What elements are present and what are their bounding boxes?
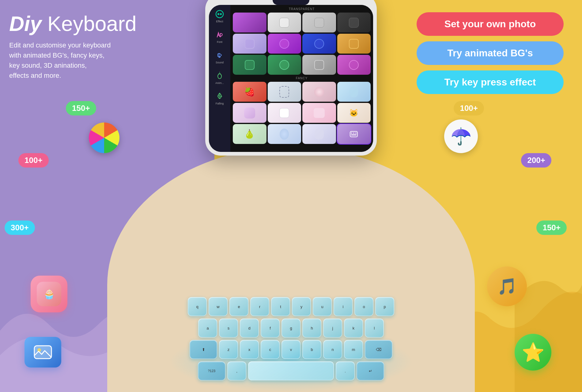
- star-icon: ⭐: [515, 334, 551, 371]
- key-swatch[interactable]: [302, 55, 336, 75]
- phone-container: Effect Font: [205, 0, 377, 156]
- keyboard-row-4: ?123 , . ↵: [153, 361, 429, 380]
- key-space[interactable]: [248, 361, 334, 380]
- svg-point-4: [218, 74, 221, 79]
- font-icon: [215, 30, 225, 40]
- try-animated-bg-button[interactable]: Try animated BG's: [417, 41, 564, 65]
- key-swatch[interactable]: 🍐: [233, 124, 266, 144]
- key-s[interactable]: s: [219, 318, 238, 337]
- key-swatch[interactable]: [268, 103, 301, 123]
- key-swatch[interactable]: [268, 82, 301, 102]
- badge-300-left: 300+: [5, 221, 35, 235]
- effect-label: Effect: [216, 20, 223, 23]
- key-swatch[interactable]: [302, 124, 336, 144]
- key-swatch-keyboard[interactable]: [337, 124, 371, 144]
- anim-label: Anim...: [215, 81, 224, 85]
- key-b[interactable]: b: [302, 340, 321, 359]
- key-swatch[interactable]: [337, 82, 371, 102]
- badge-100-right: 100+: [454, 101, 484, 115]
- badge-150-top-left: 150+: [66, 101, 96, 115]
- set-photo-button[interactable]: Set your own photo: [417, 12, 564, 36]
- key-x[interactable]: x: [240, 340, 259, 359]
- key-swatch[interactable]: [337, 34, 371, 54]
- key-v[interactable]: v: [282, 340, 300, 359]
- key-swatch[interactable]: [302, 82, 336, 102]
- phone-notch: [273, 0, 309, 5]
- falling-icon: [215, 91, 225, 101]
- key-g[interactable]: g: [282, 318, 300, 337]
- key-i[interactable]: i: [334, 297, 353, 316]
- key-swatch[interactable]: [268, 124, 301, 144]
- key-f[interactable]: f: [261, 318, 280, 337]
- key-e[interactable]: e: [229, 297, 248, 316]
- keyboard-row-3: ⬆ z x c v b n m ⌫: [153, 340, 429, 359]
- key-shift[interactable]: ⬆: [190, 340, 217, 359]
- sidebar-item-sound[interactable]: Sound: [214, 48, 226, 66]
- key-h[interactable]: h: [302, 318, 321, 337]
- key-l[interactable]: l: [365, 318, 384, 337]
- svg-point-3: [219, 56, 221, 58]
- key-swatch[interactable]: [233, 13, 266, 32]
- sidebar-item-font[interactable]: Font: [214, 28, 226, 45]
- key-swatch[interactable]: [268, 55, 301, 75]
- sidebar-item-effect[interactable]: Effect: [214, 7, 226, 25]
- key-c[interactable]: c: [261, 340, 280, 359]
- svg-point-1: [217, 13, 219, 15]
- key-z[interactable]: z: [219, 340, 238, 359]
- key-swatch[interactable]: 🍓: [233, 82, 266, 102]
- key-swatch[interactable]: [268, 13, 301, 32]
- key-swatch[interactable]: [302, 34, 336, 54]
- header-section: Diy Keyboard Edit and customise your key…: [9, 12, 137, 81]
- font-label: Font: [217, 40, 222, 43]
- key-n[interactable]: n: [323, 340, 342, 359]
- key-swatch[interactable]: [337, 55, 371, 75]
- app-description: Edit and customise your keyboardwith ani…: [9, 40, 137, 81]
- phone-content: TRANSPARENT: [230, 5, 373, 152]
- key-period[interactable]: .: [336, 361, 355, 380]
- key-swatch[interactable]: [302, 13, 336, 32]
- anim-icon: [215, 71, 225, 81]
- key-q[interactable]: q: [188, 297, 207, 316]
- key-swatch[interactable]: [233, 103, 266, 123]
- key-swatch[interactable]: [233, 55, 266, 75]
- svg-rect-8: [353, 133, 354, 134]
- key-d[interactable]: d: [240, 318, 259, 337]
- beach-ball-icon: [89, 123, 119, 153]
- key-w[interactable]: w: [209, 297, 228, 316]
- key-r[interactable]: r: [250, 297, 269, 316]
- key-swatch[interactable]: [268, 34, 301, 54]
- try-key-press-button[interactable]: Try key press effect: [417, 70, 564, 94]
- transparent-label: TRANSPARENT: [232, 6, 372, 12]
- key-p[interactable]: p: [375, 297, 394, 316]
- key-a[interactable]: a: [198, 318, 217, 337]
- sidebar-item-anim[interactable]: Anim...: [214, 69, 226, 86]
- app-title: Diy Keyboard: [9, 12, 137, 35]
- key-swatch[interactable]: [302, 103, 336, 123]
- umbrella-icon: ☂️: [444, 119, 478, 153]
- key-backspace[interactable]: ⌫: [365, 340, 392, 359]
- key-123[interactable]: ?123: [198, 361, 225, 380]
- image-gallery-icon: [25, 337, 61, 368]
- svg-rect-10: [351, 134, 357, 135]
- transparent-grid: [232, 12, 372, 75]
- key-t[interactable]: t: [271, 297, 290, 316]
- key-j[interactable]: j: [323, 318, 342, 337]
- key-comma[interactable]: ,: [227, 361, 246, 380]
- key-m[interactable]: m: [344, 340, 363, 359]
- keyboard-row-1: q w e r t y u i o p: [153, 297, 429, 316]
- svg-point-0: [216, 10, 223, 18]
- key-swatch[interactable]: [233, 34, 266, 54]
- key-u[interactable]: u: [313, 297, 332, 316]
- title-diy: Diy: [9, 12, 42, 35]
- key-swatch[interactable]: 🐱: [337, 103, 371, 123]
- svg-rect-6: [350, 131, 357, 137]
- phone-screen: Effect Font: [209, 5, 373, 152]
- sidebar-item-falling[interactable]: Falling: [214, 89, 226, 107]
- key-k[interactable]: k: [344, 318, 363, 337]
- badge-100-left: 100+: [18, 153, 49, 168]
- key-y[interactable]: y: [292, 297, 311, 316]
- key-return[interactable]: ↵: [357, 361, 384, 380]
- key-o[interactable]: o: [354, 297, 373, 316]
- key-swatch[interactable]: [337, 13, 371, 32]
- fancy-grid: 🍓: [232, 81, 372, 145]
